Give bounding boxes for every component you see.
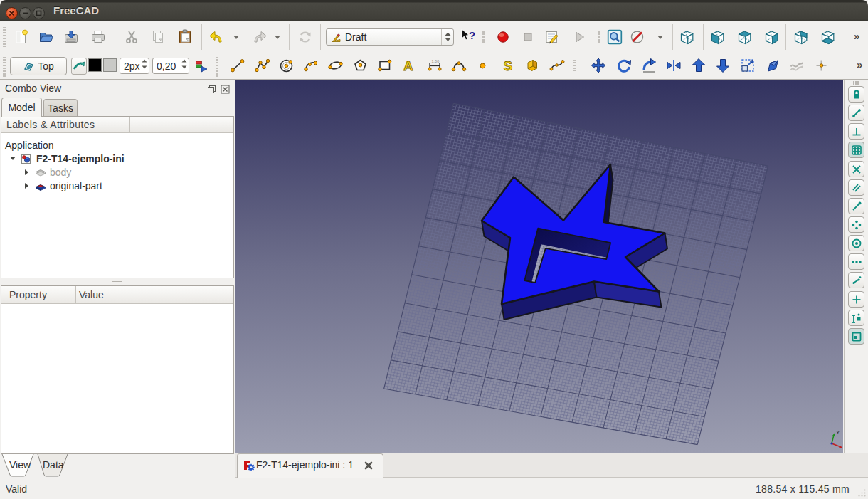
svg-text:Y: Y [836,429,840,436]
svg-text:1.00: 1.00 [432,59,440,63]
svg-text:View: View [9,459,31,471]
svg-text:Data: Data [43,459,64,471]
svg-text:?: ? [469,29,475,41]
svg-text:S: S [504,58,513,73]
svg-text:A: A [403,58,413,73]
